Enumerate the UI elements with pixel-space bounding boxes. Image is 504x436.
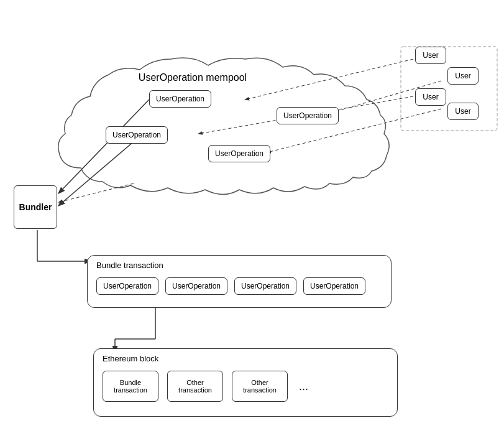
bt-uo2: UserOperation [165, 277, 227, 295]
eth-bundle-tx: Bundle transaction [103, 371, 158, 402]
user3-box: User [415, 88, 446, 106]
uo4-box: UserOperation [208, 145, 270, 162]
bundle-transaction-label: Bundle transaction [96, 261, 163, 270]
uo1-box: UserOperation [149, 90, 211, 108]
uo3-box: UserOperation [106, 126, 168, 144]
eth-ellipsis: ... [299, 380, 308, 393]
ethereum-block-container: Ethereum block Bundle transaction Other … [93, 348, 398, 417]
user2-box: User [447, 67, 479, 85]
bt-uo4: UserOperation [303, 277, 365, 295]
eth-other-tx2: Other transaction [232, 371, 288, 402]
uo2-box: UserOperation [277, 107, 339, 124]
eth-other-tx1: Other transaction [167, 371, 223, 402]
mempool-to-bundler-dashed [59, 183, 134, 202]
user4-box: User [447, 103, 479, 120]
bundler-box: Bundler [14, 185, 57, 229]
ethereum-block-label: Ethereum block [103, 354, 158, 363]
user1-box: User [415, 47, 446, 64]
bt-uo3: UserOperation [234, 277, 296, 295]
bt-uo1: UserOperation [96, 277, 158, 295]
bundle-transaction-container: Bundle transaction UserOperation UserOpe… [87, 255, 392, 308]
cloud-label: UserOperation mempool [139, 72, 247, 83]
